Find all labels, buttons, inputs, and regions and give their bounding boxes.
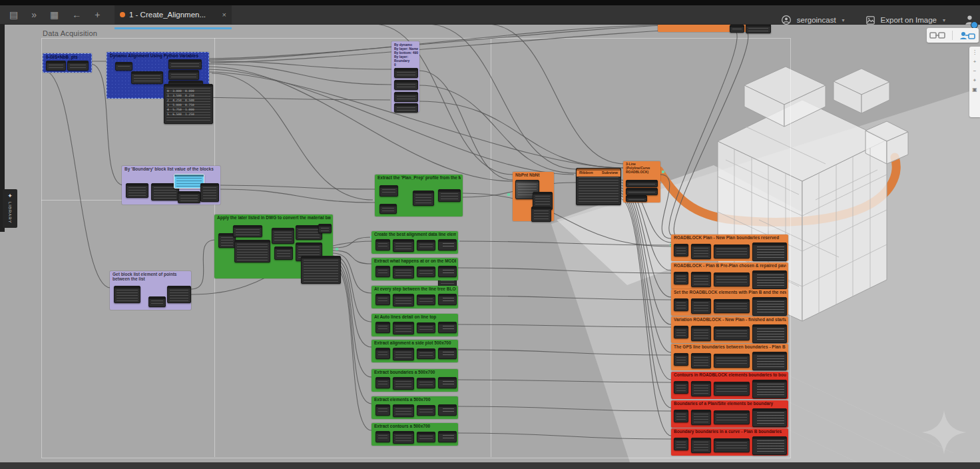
node[interactable]	[752, 324, 787, 343]
node[interactable]	[393, 404, 414, 417]
node[interactable]	[114, 286, 140, 303]
node[interactable]	[691, 298, 711, 314]
node[interactable]	[168, 59, 202, 69]
node[interactable]	[375, 294, 390, 305]
top-orange-group[interactable]	[658, 24, 770, 32]
export-caret-icon[interactable]: ▾	[943, 17, 945, 23]
node[interactable]	[393, 322, 414, 334]
node[interactable]	[393, 348, 414, 360]
green-group[interactable]: At every step between the line tree BLOC…	[371, 286, 458, 308]
node[interactable]	[417, 294, 435, 305]
node[interactable]	[714, 382, 750, 396]
orange-group[interactable]: Set the ROADBLOCK elements with Plan B a…	[671, 289, 788, 316]
node[interactable]	[46, 61, 66, 71]
node[interactable]	[626, 180, 658, 187]
node[interactable]	[438, 294, 457, 305]
node[interactable]	[714, 272, 750, 286]
zoom-out-icon[interactable]: −	[973, 68, 977, 74]
tooltip-node[interactable]	[301, 256, 341, 284]
username[interactable]: sergoincast	[797, 16, 836, 24]
node[interactable]	[714, 299, 750, 313]
node[interactable]	[714, 326, 750, 340]
node[interactable]	[67, 61, 89, 71]
node[interactable]	[438, 189, 461, 202]
node[interactable]	[167, 286, 191, 303]
node[interactable]	[318, 224, 332, 233]
node[interactable]	[714, 244, 750, 258]
node[interactable]	[674, 272, 688, 284]
node[interactable]	[234, 240, 270, 262]
node[interactable]	[417, 405, 435, 416]
node[interactable]	[417, 240, 435, 250]
green-group[interactable]: Extract contours a 500x700	[371, 423, 458, 446]
node[interactable]	[393, 377, 414, 390]
node[interactable]	[417, 266, 435, 277]
node[interactable]	[375, 404, 390, 416]
node[interactable]	[168, 70, 199, 80]
node[interactable]	[752, 380, 787, 398]
node[interactable]	[393, 266, 414, 278]
node[interactable]	[178, 191, 200, 203]
node[interactable]	[438, 348, 457, 359]
node[interactable]	[417, 378, 435, 388]
node[interactable]	[674, 326, 688, 338]
node[interactable]	[394, 103, 418, 113]
pan-icon[interactable]: ▣	[972, 87, 977, 93]
node[interactable]	[691, 353, 711, 368]
close-tab-icon[interactable]: ×	[222, 11, 226, 19]
node[interactable]	[691, 326, 711, 341]
zoom-fit-icon[interactable]: ⌖	[973, 77, 977, 83]
node[interactable]	[126, 183, 148, 198]
blue-group-small[interactable]: 0-GIS+NbB_pts	[43, 53, 92, 73]
green-group[interactable]: Extract elements a 500x700	[371, 396, 458, 419]
node[interactable]	[394, 68, 418, 78]
purple-bottom-group[interactable]: Get block list element of points between…	[110, 271, 191, 310]
node[interactable]	[417, 432, 435, 442]
red-group[interactable]: Contours in ROADBLOCK elements boundarie…	[671, 372, 788, 399]
node[interactable]	[200, 183, 219, 202]
run-icon[interactable]: »	[31, 5, 37, 24]
node[interactable]	[413, 191, 434, 206]
node[interactable]	[438, 431, 457, 442]
orange-group[interactable]: ROADBLOCK Plan - New Plan boundaries res…	[671, 234, 788, 261]
library-panel-tab[interactable]: ✦ LIBRARY	[3, 189, 17, 228]
node[interactable]	[438, 322, 457, 333]
node[interactable]	[674, 381, 688, 394]
node-canvas[interactable]: Data Acquisition 0-GIS+NbB_pts Dynamo Al…	[0, 0, 980, 469]
node[interactable]	[393, 239, 414, 252]
export-on-image[interactable]: Export on Image	[881, 16, 937, 24]
node[interactable]	[272, 228, 294, 244]
node[interactable]	[691, 244, 711, 259]
purple-note-group[interactable]: By dynamo By layer: Name By bottom: 490 …	[391, 41, 419, 112]
save-icon[interactable]: ▦	[50, 5, 59, 24]
node[interactable]	[752, 436, 787, 455]
node[interactable]	[438, 377, 457, 388]
node[interactable]	[691, 438, 711, 453]
node[interactable]	[714, 438, 750, 452]
node[interactable]	[714, 410, 750, 424]
red-group[interactable]: Boundary boundaries in a curve - Plan B …	[671, 428, 788, 456]
green-group[interactable]: Extract alignment a side plot 500x700	[371, 340, 458, 362]
node[interactable]	[417, 348, 435, 359]
orange-header-node[interactable]: Ribbon Subview	[576, 168, 621, 205]
node[interactable]	[131, 71, 163, 84]
red-group[interactable]: Boundaries of a Plan/Site elements be bo…	[671, 400, 788, 428]
purple-mid-group[interactable]: By 'Boundary' block list value of the bl…	[122, 166, 220, 205]
node[interactable]	[674, 298, 688, 311]
node[interactable]	[674, 410, 688, 422]
node[interactable]	[674, 438, 688, 450]
node[interactable]	[531, 207, 551, 222]
green-group[interactable]: Create the best alignment data line elem…	[371, 231, 458, 254]
node[interactable]	[752, 242, 787, 261]
node[interactable]	[115, 62, 132, 71]
node[interactable]	[274, 246, 293, 260]
green-group[interactable]: Extract what happens at or on the MODEL	[371, 258, 458, 280]
green-extract-group[interactable]: Extract the 'Plan_Prep' profile from the…	[375, 175, 463, 217]
watch-node[interactable]: 0 3.000 0.0001 3.500 0.2502 4.250 0.5003…	[164, 84, 213, 124]
add-icon[interactable]: +	[95, 5, 100, 24]
node[interactable]	[438, 239, 457, 250]
node[interactable]	[691, 381, 711, 396]
node[interactable]	[752, 297, 787, 316]
green-group[interactable]: At Auto lines detail on line top	[371, 314, 458, 336]
node[interactable]	[379, 185, 398, 197]
